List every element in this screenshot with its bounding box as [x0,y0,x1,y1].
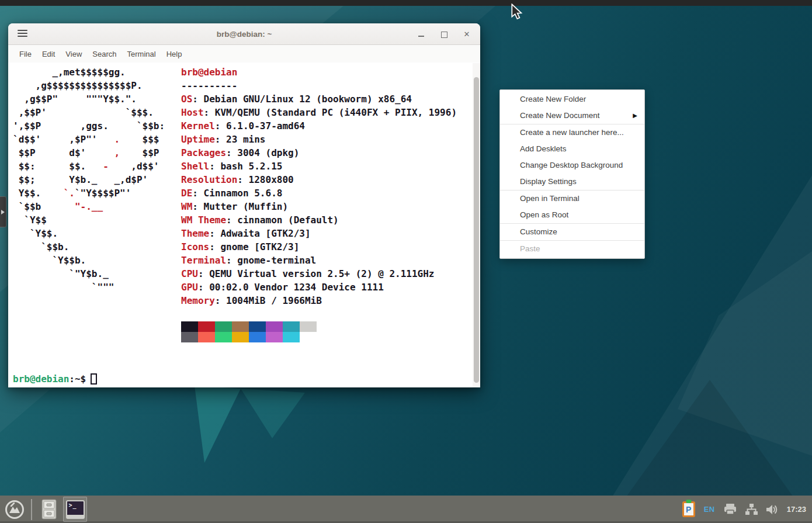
color-swatch [232,321,249,332]
clock[interactable]: 17:23 [787,505,806,514]
keyboard-layout-indicator[interactable]: EN [704,505,715,514]
info-gpu: GPU: 00:02.0 Vendor 1234 Device 1111 [181,280,457,294]
printer-icon[interactable] [724,504,737,515]
minimize-button[interactable] [417,30,425,39]
terminal-content[interactable]: _,met$$$$$gg. ,g$$$$$$$$$$$$$$$P. ,g$$P"… [8,63,480,387]
submenu-arrow-icon: ▶ [633,108,637,124]
desktop-context-menu: Create New FolderCreate New Document▶Cre… [499,89,645,259]
color-swatch [300,332,317,342]
menu-mountain-icon [5,500,25,519]
menu-item-customize[interactable]: Customize [500,224,644,240]
info-de: DE: Cinnamon 5.6.8 [181,186,457,200]
info-cpu: CPU: QEMU Virtual version 2.5+ (2) @ 2.1… [181,267,457,280]
color-swatch [249,321,266,332]
terminal-scrollbar[interactable] [473,63,480,387]
color-swatch [300,321,317,332]
color-swatch [215,321,232,332]
terminal-window: brb@debian: ~ ✕ FileEditViewSearchTermin… [8,23,480,387]
menu-item-open-in-terminal[interactable]: Open in Terminal [500,191,644,207]
terminal-icon: >_ [66,500,85,519]
color-swatch [181,321,198,332]
menu-item-change-desktop-background[interactable]: Change Desktop Background [500,157,644,174]
menubar-item-edit[interactable]: Edit [37,50,60,58]
desktop: brb@debian: ~ ✕ FileEditViewSearchTermin… [0,0,812,523]
menubar-item-file[interactable]: File [14,50,37,58]
close-button[interactable]: ✕ [463,30,471,39]
color-swatch [266,332,283,342]
color-swatch [249,332,266,342]
info-icons: Icons: gnome [GTK2/3] [181,240,457,254]
menu-item-create-new-folder[interactable]: Create New Folder [500,91,644,108]
terminal-task-button[interactable]: >_ [63,497,87,522]
palette-row-normal [181,321,317,332]
palette-row-bright [181,332,317,342]
menubar-item-help[interactable]: Help [161,50,188,58]
file-manager-launcher[interactable] [37,497,61,522]
prompt-path: :~$ [69,373,86,385]
maximize-button[interactable] [440,30,448,39]
color-swatch [283,332,300,342]
window-title: brb@debian: ~ [8,30,480,39]
info-wm-theme: WM Theme: cinnamon (Default) [181,213,457,227]
info-uptime: Uptime: 23 mins [181,133,457,146]
info-host: Host: KVM/QEMU (Standard PC (i440FX + PI… [181,106,457,119]
info-memory: Memory: 1004MiB / 1966MiB [181,294,457,307]
menu-item-open-as-root[interactable]: Open as Root [500,207,644,223]
network-icon[interactable] [745,504,758,515]
info-theme: Theme: Adwaita [GTK2/3] [181,227,457,240]
panel-separator [31,499,32,520]
color-swatch [266,321,283,332]
color-swatch [198,332,215,342]
file-cabinet-icon [40,499,58,520]
prompt-user-host: brb@debian [13,373,69,385]
color-swatch [181,332,198,342]
drawer-arrow-icon [1,210,5,214]
color-swatch [283,321,300,332]
info-packages: Packages: 3004 (dpkg) [181,146,457,160]
menu-item-display-settings[interactable]: Display Settings [500,174,644,190]
color-swatch [232,332,249,342]
info-shell: Shell: bash 5.2.15 [181,160,457,173]
info-terminal: Terminal: gnome-terminal [181,254,457,267]
menu-item-create-new-document[interactable]: Create New Document▶ [500,108,644,124]
top-edge-strip [0,0,812,6]
menu-item-paste: Paste [500,241,644,257]
menu-button[interactable] [4,498,26,521]
info-kernel: Kernel: 6.1.0-37-amd64 [181,119,457,133]
info-os: OS: Debian GNU/Linux 12 (bookworm) x86_6… [181,92,457,106]
color-swatch [215,332,232,342]
mouse-cursor [511,4,523,22]
bottom-panel: >_ P EN [0,496,812,523]
volume-icon[interactable] [766,504,778,515]
titlebar[interactable]: brb@debian: ~ ✕ [8,23,480,45]
system-tray: P EN [682,501,812,517]
panel-drawer-handle[interactable] [0,196,6,227]
color-swatch [198,321,215,332]
terminal-cursor [91,373,97,385]
menubar-item-terminal[interactable]: Terminal [122,50,161,58]
menubar: FileEditViewSearchTerminalHelp [8,45,480,63]
menubar-item-view[interactable]: View [60,50,87,58]
neofetch-info: brb@debian----------OS: Debian GNU/Linux… [181,65,457,307]
menu-item-add-desklets[interactable]: Add Desklets [500,141,644,157]
clipboard-manager-icon[interactable]: P [682,501,695,517]
info-wm: WM: Mutter (Muffin) [181,200,457,213]
menu-item-create-a-new-launcher-here[interactable]: Create a new launcher here... [500,124,644,141]
shell-prompt: brb@debian:~$ [13,372,97,386]
menubar-item-search[interactable]: Search [87,50,122,58]
terminal-color-palette [181,321,317,342]
ascii-art-debian-logo: _,met$$$$$gg. ,g$$$$$$$$$$$$$$$P. ,g$$P"… [13,65,165,294]
info-resolution: Resolution: 1280x800 [181,173,457,186]
scrollbar-thumb[interactable] [474,77,479,383]
